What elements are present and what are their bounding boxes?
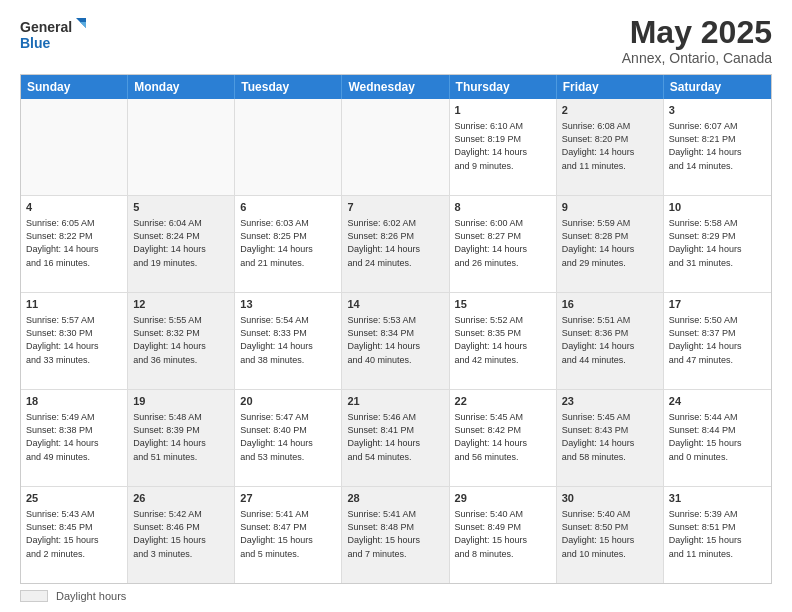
- cell-info: Sunrise: 5:43 AM Sunset: 8:45 PM Dayligh…: [26, 508, 122, 560]
- cal-cell-day-19: 19Sunrise: 5:48 AM Sunset: 8:39 PM Dayli…: [128, 390, 235, 486]
- cal-cell-day-15: 15Sunrise: 5:52 AM Sunset: 8:35 PM Dayli…: [450, 293, 557, 389]
- day-number: 30: [562, 491, 658, 506]
- day-number: 14: [347, 297, 443, 312]
- cell-info: Sunrise: 6:04 AM Sunset: 8:24 PM Dayligh…: [133, 217, 229, 269]
- cal-cell-day-13: 13Sunrise: 5:54 AM Sunset: 8:33 PM Dayli…: [235, 293, 342, 389]
- day-number: 8: [455, 200, 551, 215]
- month-title: May 2025: [622, 16, 772, 48]
- cell-info: Sunrise: 5:44 AM Sunset: 8:44 PM Dayligh…: [669, 411, 766, 463]
- cal-cell-day-9: 9Sunrise: 5:59 AM Sunset: 8:28 PM Daylig…: [557, 196, 664, 292]
- calendar-row-5: 25Sunrise: 5:43 AM Sunset: 8:45 PM Dayli…: [21, 487, 771, 583]
- day-number: 24: [669, 394, 766, 409]
- day-number: 26: [133, 491, 229, 506]
- cal-cell-day-5: 5Sunrise: 6:04 AM Sunset: 8:24 PM Daylig…: [128, 196, 235, 292]
- cell-info: Sunrise: 6:05 AM Sunset: 8:22 PM Dayligh…: [26, 217, 122, 269]
- day-number: 31: [669, 491, 766, 506]
- svg-marker-3: [80, 22, 86, 28]
- cal-cell-empty: [235, 99, 342, 195]
- day-number: 6: [240, 200, 336, 215]
- cal-cell-day-28: 28Sunrise: 5:41 AM Sunset: 8:48 PM Dayli…: [342, 487, 449, 583]
- cell-info: Sunrise: 5:40 AM Sunset: 8:50 PM Dayligh…: [562, 508, 658, 560]
- header: General Blue May 2025 Annex, Ontario, Ca…: [20, 16, 772, 66]
- cal-header-cell-friday: Friday: [557, 75, 664, 99]
- location-subtitle: Annex, Ontario, Canada: [622, 50, 772, 66]
- cell-info: Sunrise: 6:03 AM Sunset: 8:25 PM Dayligh…: [240, 217, 336, 269]
- calendar-row-3: 11Sunrise: 5:57 AM Sunset: 8:30 PM Dayli…: [21, 293, 771, 390]
- day-number: 7: [347, 200, 443, 215]
- cell-info: Sunrise: 5:48 AM Sunset: 8:39 PM Dayligh…: [133, 411, 229, 463]
- cal-cell-day-26: 26Sunrise: 5:42 AM Sunset: 8:46 PM Dayli…: [128, 487, 235, 583]
- cal-cell-day-11: 11Sunrise: 5:57 AM Sunset: 8:30 PM Dayli…: [21, 293, 128, 389]
- logo-svg: General Blue: [20, 16, 90, 56]
- cell-info: Sunrise: 5:51 AM Sunset: 8:36 PM Dayligh…: [562, 314, 658, 366]
- cal-cell-day-12: 12Sunrise: 5:55 AM Sunset: 8:32 PM Dayli…: [128, 293, 235, 389]
- calendar-row-2: 4Sunrise: 6:05 AM Sunset: 8:22 PM Daylig…: [21, 196, 771, 293]
- day-number: 5: [133, 200, 229, 215]
- cell-info: Sunrise: 5:42 AM Sunset: 8:46 PM Dayligh…: [133, 508, 229, 560]
- cell-info: Sunrise: 5:59 AM Sunset: 8:28 PM Dayligh…: [562, 217, 658, 269]
- cal-cell-empty: [21, 99, 128, 195]
- cal-cell-day-18: 18Sunrise: 5:49 AM Sunset: 8:38 PM Dayli…: [21, 390, 128, 486]
- day-number: 10: [669, 200, 766, 215]
- calendar: SundayMondayTuesdayWednesdayThursdayFrid…: [20, 74, 772, 584]
- day-number: 17: [669, 297, 766, 312]
- footer: Daylight hours: [20, 590, 772, 602]
- calendar-row-4: 18Sunrise: 5:49 AM Sunset: 8:38 PM Dayli…: [21, 390, 771, 487]
- cal-cell-day-31: 31Sunrise: 5:39 AM Sunset: 8:51 PM Dayli…: [664, 487, 771, 583]
- cell-info: Sunrise: 5:54 AM Sunset: 8:33 PM Dayligh…: [240, 314, 336, 366]
- cell-info: Sunrise: 5:40 AM Sunset: 8:49 PM Dayligh…: [455, 508, 551, 560]
- cal-header-cell-thursday: Thursday: [450, 75, 557, 99]
- cell-info: Sunrise: 6:00 AM Sunset: 8:27 PM Dayligh…: [455, 217, 551, 269]
- cell-info: Sunrise: 6:08 AM Sunset: 8:20 PM Dayligh…: [562, 120, 658, 172]
- logo: General Blue: [20, 16, 90, 56]
- cell-info: Sunrise: 6:07 AM Sunset: 8:21 PM Dayligh…: [669, 120, 766, 172]
- cal-cell-day-22: 22Sunrise: 5:45 AM Sunset: 8:42 PM Dayli…: [450, 390, 557, 486]
- cal-cell-day-10: 10Sunrise: 5:58 AM Sunset: 8:29 PM Dayli…: [664, 196, 771, 292]
- day-number: 21: [347, 394, 443, 409]
- calendar-header: SundayMondayTuesdayWednesdayThursdayFrid…: [21, 75, 771, 99]
- cal-cell-day-20: 20Sunrise: 5:47 AM Sunset: 8:40 PM Dayli…: [235, 390, 342, 486]
- cal-header-cell-wednesday: Wednesday: [342, 75, 449, 99]
- cell-info: Sunrise: 5:39 AM Sunset: 8:51 PM Dayligh…: [669, 508, 766, 560]
- cell-info: Sunrise: 5:50 AM Sunset: 8:37 PM Dayligh…: [669, 314, 766, 366]
- day-number: 29: [455, 491, 551, 506]
- cal-cell-day-1: 1Sunrise: 6:10 AM Sunset: 8:19 PM Daylig…: [450, 99, 557, 195]
- cal-cell-day-7: 7Sunrise: 6:02 AM Sunset: 8:26 PM Daylig…: [342, 196, 449, 292]
- cal-header-cell-monday: Monday: [128, 75, 235, 99]
- cal-cell-day-2: 2Sunrise: 6:08 AM Sunset: 8:20 PM Daylig…: [557, 99, 664, 195]
- cal-cell-day-14: 14Sunrise: 5:53 AM Sunset: 8:34 PM Dayli…: [342, 293, 449, 389]
- cal-cell-day-21: 21Sunrise: 5:46 AM Sunset: 8:41 PM Dayli…: [342, 390, 449, 486]
- day-number: 15: [455, 297, 551, 312]
- calendar-body: 1Sunrise: 6:10 AM Sunset: 8:19 PM Daylig…: [21, 99, 771, 583]
- cal-cell-day-16: 16Sunrise: 5:51 AM Sunset: 8:36 PM Dayli…: [557, 293, 664, 389]
- cal-header-cell-saturday: Saturday: [664, 75, 771, 99]
- cell-info: Sunrise: 6:10 AM Sunset: 8:19 PM Dayligh…: [455, 120, 551, 172]
- cell-info: Sunrise: 6:02 AM Sunset: 8:26 PM Dayligh…: [347, 217, 443, 269]
- svg-text:General: General: [20, 19, 72, 35]
- cal-cell-day-3: 3Sunrise: 6:07 AM Sunset: 8:21 PM Daylig…: [664, 99, 771, 195]
- svg-text:Blue: Blue: [20, 35, 51, 51]
- day-number: 19: [133, 394, 229, 409]
- day-number: 12: [133, 297, 229, 312]
- cell-info: Sunrise: 5:41 AM Sunset: 8:48 PM Dayligh…: [347, 508, 443, 560]
- day-number: 16: [562, 297, 658, 312]
- cal-cell-empty: [342, 99, 449, 195]
- day-number: 28: [347, 491, 443, 506]
- calendar-row-1: 1Sunrise: 6:10 AM Sunset: 8:19 PM Daylig…: [21, 99, 771, 196]
- day-number: 9: [562, 200, 658, 215]
- cell-info: Sunrise: 5:53 AM Sunset: 8:34 PM Dayligh…: [347, 314, 443, 366]
- cal-cell-day-25: 25Sunrise: 5:43 AM Sunset: 8:45 PM Dayli…: [21, 487, 128, 583]
- cell-info: Sunrise: 5:47 AM Sunset: 8:40 PM Dayligh…: [240, 411, 336, 463]
- cal-cell-day-8: 8Sunrise: 6:00 AM Sunset: 8:27 PM Daylig…: [450, 196, 557, 292]
- cell-info: Sunrise: 5:58 AM Sunset: 8:29 PM Dayligh…: [669, 217, 766, 269]
- cell-info: Sunrise: 5:45 AM Sunset: 8:42 PM Dayligh…: [455, 411, 551, 463]
- title-block: May 2025 Annex, Ontario, Canada: [622, 16, 772, 66]
- cal-header-cell-sunday: Sunday: [21, 75, 128, 99]
- cal-cell-day-27: 27Sunrise: 5:41 AM Sunset: 8:47 PM Dayli…: [235, 487, 342, 583]
- cal-cell-day-4: 4Sunrise: 6:05 AM Sunset: 8:22 PM Daylig…: [21, 196, 128, 292]
- cell-info: Sunrise: 5:45 AM Sunset: 8:43 PM Dayligh…: [562, 411, 658, 463]
- cell-info: Sunrise: 5:57 AM Sunset: 8:30 PM Dayligh…: [26, 314, 122, 366]
- cal-cell-day-30: 30Sunrise: 5:40 AM Sunset: 8:50 PM Dayli…: [557, 487, 664, 583]
- day-number: 13: [240, 297, 336, 312]
- cell-info: Sunrise: 5:46 AM Sunset: 8:41 PM Dayligh…: [347, 411, 443, 463]
